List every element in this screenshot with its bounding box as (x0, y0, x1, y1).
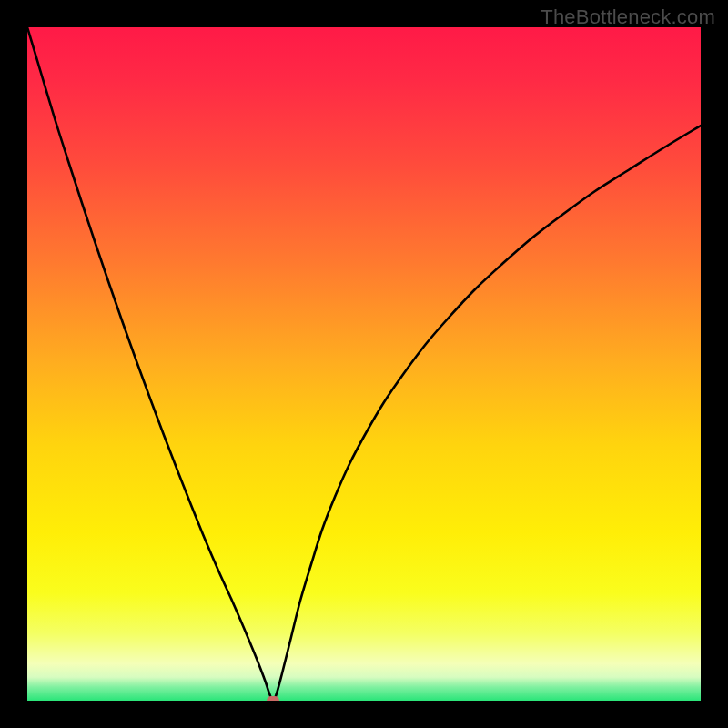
svg-rect-0 (27, 27, 701, 701)
background-gradient (27, 27, 701, 701)
chart-frame: TheBottleneck.com (0, 0, 728, 728)
plot-area (27, 27, 701, 701)
optimal-point-marker (267, 696, 279, 701)
watermark-label: TheBottleneck.com (541, 5, 715, 29)
